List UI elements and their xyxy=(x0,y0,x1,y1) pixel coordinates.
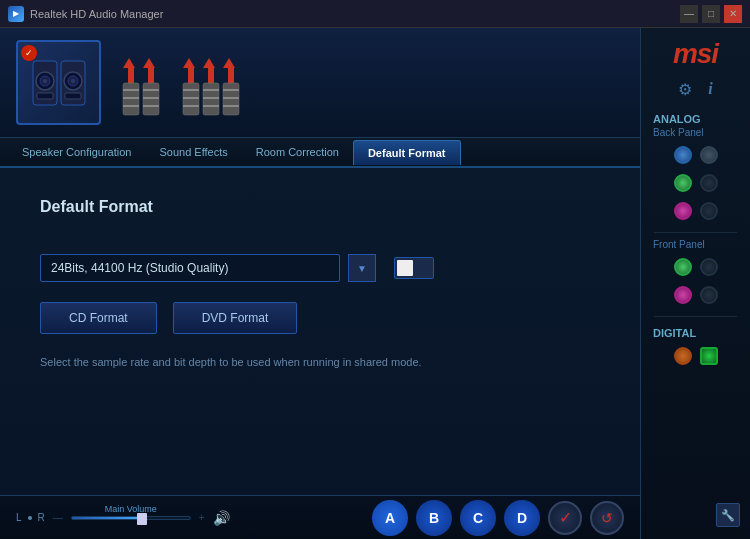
jack-group-1 xyxy=(121,43,161,123)
svg-point-3 xyxy=(43,79,47,83)
app-icon: ▶ xyxy=(8,6,24,22)
section-title: Default Format xyxy=(40,198,600,216)
svg-rect-37 xyxy=(223,89,239,91)
format-select[interactable]: 16Bits, 44100 Hz (CD Quality)16Bits, 480… xyxy=(40,254,340,282)
tab-room-correction[interactable]: Room Correction xyxy=(242,140,353,164)
minimize-button[interactable]: — xyxy=(680,5,698,23)
front-panel-ports-row2 xyxy=(674,286,718,304)
port-dark-front[interactable] xyxy=(700,258,718,276)
volume-track: Main Volume xyxy=(71,516,191,520)
front-panel-label: Front Panel xyxy=(653,239,705,250)
active-device-icon[interactable] xyxy=(16,40,101,125)
svg-rect-21 xyxy=(143,105,159,107)
channel-r-label: R xyxy=(38,512,45,523)
svg-marker-10 xyxy=(123,58,135,68)
port-dark-1[interactable] xyxy=(700,174,718,192)
cd-format-button[interactable]: CD Format xyxy=(40,302,157,334)
circle-b-button[interactable]: B xyxy=(416,500,452,536)
main-container: Speaker Configuration Sound Effects Room… xyxy=(0,28,750,539)
format-buttons: CD Format DVD Format xyxy=(40,302,600,334)
dvd-format-button[interactable]: DVD Format xyxy=(173,302,298,334)
front-panel-ports-row1 xyxy=(674,258,718,276)
circle-c-button[interactable]: C xyxy=(460,500,496,536)
port-square-green-digital[interactable] xyxy=(700,347,718,365)
tab-sound-effects[interactable]: Sound Effects xyxy=(145,140,241,164)
back-panel-label: Back Panel xyxy=(653,127,704,138)
check-button[interactable]: ✓ xyxy=(548,501,582,535)
content-area: Speaker Configuration Sound Effects Room… xyxy=(0,28,640,539)
maximize-button[interactable]: □ xyxy=(702,5,720,23)
tab-speaker-configuration[interactable]: Speaker Configuration xyxy=(8,140,145,164)
svg-rect-4 xyxy=(37,93,53,99)
svg-marker-34 xyxy=(223,58,235,68)
window-controls: — □ ✕ xyxy=(680,5,742,23)
volume-slider[interactable] xyxy=(71,516,191,520)
speaker-icon xyxy=(29,53,89,113)
volume-section: L R — Main Volume + 🔊 xyxy=(16,510,230,526)
digital-label: DIGITAL xyxy=(653,327,696,339)
back-panel-ports-row1 xyxy=(674,146,718,164)
svg-rect-33 xyxy=(203,105,219,107)
jack-connector-2 xyxy=(181,43,241,123)
port-orange-digital[interactable] xyxy=(674,347,692,365)
format-dropdown-row: 16Bits, 44100 Hz (CD Quality)16Bits, 480… xyxy=(40,254,600,282)
svg-rect-27 xyxy=(183,105,199,107)
svg-rect-17 xyxy=(148,68,154,83)
wrench-button[interactable]: 🔧 xyxy=(716,503,740,527)
circle-a-button[interactable]: A xyxy=(372,500,408,536)
tab-content-default-format: Default Format 16Bits, 44100 Hz (CD Qual… xyxy=(0,168,640,495)
svg-rect-14 xyxy=(123,97,139,99)
device-strip xyxy=(0,28,640,138)
port-gray-1[interactable] xyxy=(700,146,718,164)
svg-rect-29 xyxy=(208,68,214,83)
port-pink-1[interactable] xyxy=(674,202,692,220)
tab-default-format[interactable]: Default Format xyxy=(353,140,461,165)
sidebar-divider-1 xyxy=(654,232,738,233)
analog-label: ANALOG xyxy=(653,113,701,125)
back-panel-ports-row3 xyxy=(674,202,718,220)
title-bar-left: ▶ Realtek HD Audio Manager xyxy=(8,6,163,22)
wrench-icon: 🔧 xyxy=(721,509,735,522)
mute-icon[interactable]: 🔊 xyxy=(213,510,230,526)
svg-rect-23 xyxy=(188,68,194,83)
sidebar-divider-2 xyxy=(654,316,738,317)
jack-connector-1 xyxy=(121,43,161,123)
channel-l-label: L xyxy=(16,512,22,523)
toggle-switch[interactable] xyxy=(394,257,434,279)
info-icon[interactable]: i xyxy=(708,80,712,99)
svg-rect-38 xyxy=(223,97,239,99)
gear-icon[interactable]: ⚙ xyxy=(678,80,692,99)
circle-d-button[interactable]: D xyxy=(504,500,540,536)
dropdown-arrow-icon[interactable]: ▼ xyxy=(348,254,376,282)
l-dot xyxy=(28,516,32,520)
svg-rect-9 xyxy=(65,93,81,99)
slider-thumb[interactable] xyxy=(137,513,147,525)
svg-marker-28 xyxy=(203,58,215,68)
port-green-1[interactable] xyxy=(674,174,692,192)
svg-rect-20 xyxy=(143,97,159,99)
svg-rect-13 xyxy=(123,89,139,91)
svg-rect-19 xyxy=(143,89,159,91)
reload-button[interactable]: ↺ xyxy=(590,501,624,535)
app-title: Realtek HD Audio Manager xyxy=(30,8,163,20)
port-green-front[interactable] xyxy=(674,258,692,276)
port-dark-front-2[interactable] xyxy=(700,286,718,304)
jack-group-2 xyxy=(181,43,241,123)
port-blue-1[interactable] xyxy=(674,146,692,164)
slider-fill xyxy=(72,517,143,519)
digital-ports-row xyxy=(674,347,718,365)
volume-dash: — xyxy=(53,512,63,523)
volume-plus: + xyxy=(199,512,205,523)
title-bar: ▶ Realtek HD Audio Manager — □ ✕ xyxy=(0,0,750,28)
svg-rect-32 xyxy=(203,97,219,99)
tabs-bar: Speaker Configuration Sound Effects Room… xyxy=(0,138,640,168)
close-button[interactable]: ✕ xyxy=(724,5,742,23)
port-pink-front[interactable] xyxy=(674,286,692,304)
svg-marker-22 xyxy=(183,58,195,68)
svg-rect-39 xyxy=(223,105,239,107)
bottom-icons: A B C D ✓ ↺ xyxy=(372,500,624,536)
back-panel-ports-row2 xyxy=(674,174,718,192)
msi-logo: msi xyxy=(673,38,718,70)
port-dark-2[interactable] xyxy=(700,202,718,220)
sidebar-icons-row: ⚙ i xyxy=(678,80,712,99)
